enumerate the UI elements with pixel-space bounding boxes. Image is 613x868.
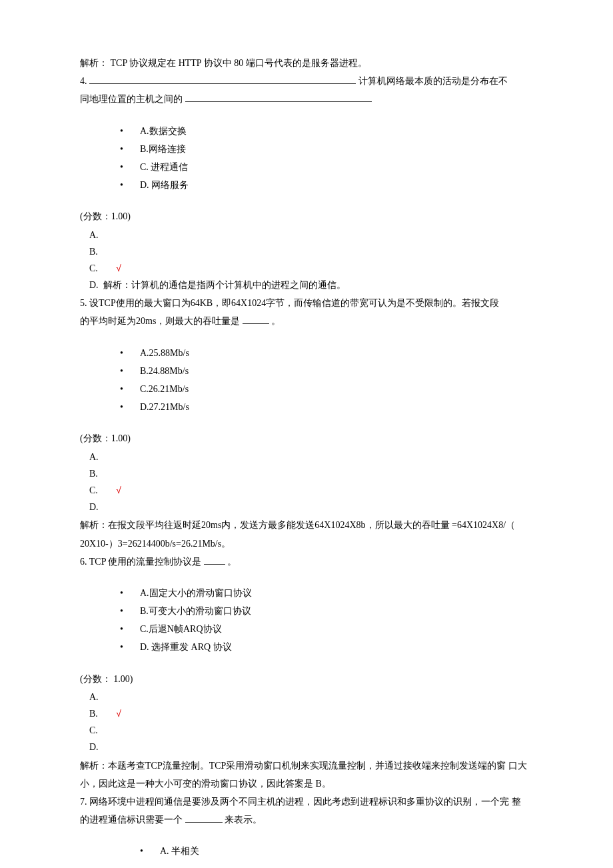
q7-option-a: A. 半相关 — [120, 843, 540, 859]
q4-score: (分数：1.00) — [80, 208, 540, 225]
q5-option-c: C.26.21Mb/s — [120, 381, 540, 397]
q4-stem-text1: 计算机网络最本质的活动是分布在不 — [358, 76, 508, 86]
q7-stem-text2b: 来表示。 — [225, 815, 262, 825]
q6-stem: 6. TCP 使用的流量控制协议是 。 — [80, 553, 540, 570]
q6-stem-text-a: 6. TCP 使用的流量控制协议是 — [80, 557, 201, 567]
q4-option-c: C. 进程通信 — [120, 159, 540, 175]
q4-answer-block: (分数：1.00) A. B. C. √ D. 解析：计算机的通信是指两个计算机… — [80, 208, 540, 293]
q6-stem-text-b: 。 — [227, 557, 237, 567]
q6-analysis-line2: 小，因此这是一种大小可变的滑动窗口协议，因此答案是 B。 — [80, 775, 540, 792]
q4-stem-line1: 4. 计算机网络最本质的活动是分布在不 — [80, 73, 540, 89]
q6-answer-a: A. — [80, 689, 540, 705]
q4-answer-c-label: C. — [89, 263, 98, 273]
q5-answer-a: A. — [80, 449, 540, 465]
q5-stem-line1: 5. 设TCP使用的最大窗口为64KB，即64X1024字节，而传输信道的带宽可… — [80, 295, 540, 311]
q3-analysis: 解析： TCP 协议规定在 HTTP 协议中 80 端口号代表的是服务器进程。 — [80, 55, 540, 71]
q6-analysis-line1: 解析：本题考查TCP流量控制。TCP采用滑动窗口机制来实现流量控制，并通过接收端… — [80, 757, 540, 774]
q4-options: A.数据交换 B.网络连接 C. 进程通信 D. 网络服务 — [80, 123, 540, 194]
q6-answer-block: (分数： 1.00) A. B. √ C. D. — [80, 671, 540, 756]
q7-blank — [185, 813, 223, 823]
q5-answer-b: B. — [80, 465, 540, 482]
check-icon: √ — [116, 263, 121, 273]
q4-number: 4. — [80, 76, 87, 86]
q6-score: (分数： 1.00) — [80, 671, 540, 687]
q4-option-b: B.网络连接 — [120, 141, 540, 157]
check-icon: √ — [116, 485, 121, 495]
q4-stem-text2: 同地理位置的主机之间的 — [80, 94, 183, 104]
q4-answer-d: D. 解析：计算机的通信是指两个计算机中的进程之间的通信。 — [80, 277, 540, 293]
q4-option-a: A.数据交换 — [120, 123, 540, 139]
q4-answer-a: A. — [80, 227, 540, 243]
q5-options: A.25.88Mb/s B.24.88Mb/s C.26.21Mb/s D.27… — [80, 345, 540, 416]
check-icon: √ — [116, 708, 121, 719]
q5-answer-c: C. √ — [80, 482, 540, 499]
q5-stem-line2: 的平均时延为20ms，则最大的吞吐量是 。 — [80, 313, 540, 329]
q5-answer-c-label: C. — [89, 485, 98, 495]
q7-stem-text2a: 的进程通信标识需要一个 — [80, 815, 185, 825]
q6-answer-c: C. — [80, 722, 540, 739]
q6-option-c: C.后退N帧ARQ协议 — [120, 621, 540, 637]
q7-options: A. 半相关 — [80, 843, 540, 859]
q6-blank — [204, 555, 225, 565]
q4-option-d: D. 网络服务 — [120, 177, 540, 193]
q5-stem-text2a: 的平均时延为20ms，则最大的吞吐量是 — [80, 316, 240, 326]
q4-answer-d-label: D. — [89, 280, 99, 290]
q5-analysis-line2: 20X10-）3=26214400b/s=26.21Mb/s。 — [80, 535, 540, 552]
q4-blank2 — [185, 92, 372, 102]
q6-option-b: B.可变大小的滑动窗口协议 — [120, 603, 540, 619]
q6-option-d: D. 选择重发 ARQ 协议 — [120, 639, 540, 655]
q5-option-a: A.25.88Mb/s — [120, 345, 540, 361]
q5-answer-d: D. — [80, 499, 540, 515]
q5-score: (分数：1.00) — [80, 430, 540, 447]
q4-answer-c: C. √ — [80, 260, 540, 277]
q5-option-b: B.24.88Mb/s — [120, 363, 540, 379]
q5-blank — [243, 314, 269, 324]
q6-answer-b-label: B. — [89, 709, 98, 719]
q5-option-d: D.27.21Mb/s — [120, 399, 540, 415]
q6-options: A.固定大小的滑动窗口协议 B.可变大小的滑动窗口协议 C.后退N帧ARQ协议 … — [80, 585, 540, 656]
q4-blank1 — [89, 74, 356, 84]
q6-answer-d: D. — [80, 739, 540, 755]
q7-stem-line1: 7. 网络环境中进程间通信是要涉及两个不同主机的进程，因此考虑到进程标识和多重协… — [80, 793, 540, 810]
q5-answer-block: (分数：1.00) A. B. C. √ D. — [80, 430, 540, 515]
q5-stem-text2b: 。 — [271, 316, 281, 326]
q4-answer-b: B. — [80, 243, 540, 260]
q6-option-a: A.固定大小的滑动窗口协议 — [120, 585, 540, 601]
q4-stem-line2: 同地理位置的主机之间的 — [80, 91, 540, 107]
q5-analysis-line1: 解析：在报文段平均往返时延20ms内，发送方最多能发送64X1024X8b，所以… — [80, 517, 540, 533]
q6-answer-b: B. √ — [80, 705, 540, 722]
q7-stem-line2: 的进程通信标识需要一个 来表示。 — [80, 811, 540, 828]
q4-analysis: 解析：计算机的通信是指两个计算机中的进程之间的通信。 — [103, 280, 346, 290]
